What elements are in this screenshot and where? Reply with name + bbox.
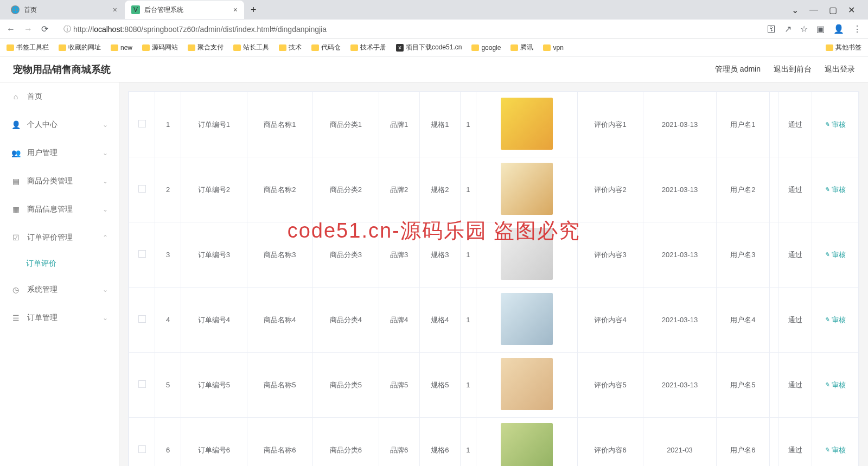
category-cell: 商品分类4 bbox=[313, 288, 379, 353]
reload-icon[interactable]: ⟳ bbox=[41, 24, 48, 34]
image-cell bbox=[476, 157, 577, 222]
action-cell: ✎审核 bbox=[812, 288, 859, 353]
index-cell: 4 bbox=[155, 288, 181, 353]
brand-cell: 品牌6 bbox=[379, 418, 419, 467]
sidebar-label: 订单管理 bbox=[27, 313, 58, 323]
order-no-cell: 订单编号3 bbox=[181, 222, 247, 288]
audit-button[interactable]: ✎审核 bbox=[825, 185, 846, 195]
audit-button[interactable]: ✎审核 bbox=[825, 445, 846, 455]
sidebar-item-users[interactable]: 👥 用户管理 ⌄ bbox=[0, 139, 119, 167]
action-cell: ✎审核 bbox=[812, 157, 859, 222]
bookmark-item[interactable]: vpn bbox=[543, 44, 563, 52]
globe-icon: 🌐 bbox=[11, 5, 20, 14]
star-icon[interactable]: ☆ bbox=[800, 24, 808, 34]
maximize-icon[interactable]: ▢ bbox=[829, 5, 837, 15]
image-cell bbox=[476, 92, 577, 157]
bookmark-item[interactable]: google bbox=[471, 44, 501, 52]
order-no-cell: 订单编号1 bbox=[181, 92, 247, 157]
product-image[interactable] bbox=[501, 163, 553, 215]
sidebar-item-reviews[interactable]: ☑ 订单评价管理 ⌃ bbox=[0, 224, 119, 252]
checkbox-icon[interactable] bbox=[138, 120, 146, 127]
status-cell: 通过 bbox=[778, 157, 812, 222]
product-image[interactable] bbox=[501, 98, 553, 150]
minimize-icon[interactable]: — bbox=[809, 5, 818, 15]
checkbox-icon[interactable] bbox=[138, 250, 146, 258]
data-table: 1 订单编号1 商品名称1 商品分类1 品牌1 规格1 1 评价内容1 2021… bbox=[128, 91, 859, 466]
sidebar-subitem-review[interactable]: 订单评价 bbox=[0, 252, 119, 276]
back-icon[interactable]: ← bbox=[7, 24, 15, 34]
product-image[interactable] bbox=[501, 228, 553, 280]
sidebar-item-products[interactable]: ▦ 商品信息管理 ⌄ bbox=[0, 195, 119, 224]
brand-cell: 品牌3 bbox=[379, 222, 419, 288]
checkbox-cell[interactable] bbox=[129, 222, 155, 288]
close-icon[interactable]: × bbox=[113, 5, 117, 14]
empty-cell bbox=[770, 222, 778, 288]
brand-cell: 品牌1 bbox=[379, 92, 419, 157]
sidebar: ⌂ 首页 👤 个人中心 ⌄ 👥 用户管理 ⌄ ▤ 商品分类管理 ⌄ ▦ 商品信息… bbox=[0, 82, 119, 466]
image-cell bbox=[476, 353, 577, 418]
sidebar-item-system[interactable]: ◷ 系统管理 ⌄ bbox=[0, 276, 119, 304]
checkbox-cell[interactable] bbox=[129, 353, 155, 418]
user-label[interactable]: 管理员 admin bbox=[715, 65, 761, 74]
browser-tab[interactable]: 🌐 首页 × bbox=[4, 1, 124, 19]
checkbox-icon[interactable] bbox=[138, 380, 146, 388]
date-cell: 2021-03 bbox=[643, 418, 716, 467]
profile-icon[interactable]: 👤 bbox=[833, 24, 844, 34]
logout-front-button[interactable]: 退出到前台 bbox=[774, 65, 812, 74]
bookmark-item[interactable]: 收藏的网址 bbox=[59, 43, 101, 52]
spec-cell: 规格1 bbox=[419, 92, 460, 157]
bookmark-item[interactable]: 技术手册 bbox=[350, 43, 386, 52]
sidebar-item-orders[interactable]: ☰ 订单管理 ⌄ bbox=[0, 304, 119, 332]
product-image[interactable] bbox=[501, 423, 553, 466]
qty-cell: 1 bbox=[460, 418, 476, 467]
edit-icon: ✎ bbox=[825, 381, 829, 388]
index-cell: 1 bbox=[155, 92, 181, 157]
new-tab-button[interactable]: + bbox=[245, 4, 262, 16]
bookmark-item[interactable]: 书签工具栏 bbox=[7, 43, 49, 52]
bookmark-item[interactable]: 站长工具 bbox=[233, 43, 269, 52]
logout-button[interactable]: 退出登录 bbox=[825, 65, 855, 74]
bookmark-item[interactable]: 源码网站 bbox=[142, 43, 178, 52]
menu-icon[interactable]: ⋮ bbox=[853, 24, 861, 34]
audit-button[interactable]: ✎审核 bbox=[825, 315, 846, 325]
sidebar-item-category[interactable]: ▤ 商品分类管理 ⌄ bbox=[0, 167, 119, 195]
comment-cell: 评价内容6 bbox=[577, 418, 643, 467]
bookmark-item[interactable]: 代码仓 bbox=[311, 43, 341, 52]
bookmark-item[interactable]: 聚合支付 bbox=[188, 43, 224, 52]
close-icon[interactable]: × bbox=[233, 5, 238, 14]
close-window-icon[interactable]: ✕ bbox=[848, 5, 855, 15]
product-image[interactable] bbox=[501, 293, 553, 345]
app-header: 宠物用品销售商城系统 管理员 admin 退出到前台 退出登录 bbox=[0, 56, 868, 82]
folder-icon bbox=[233, 44, 241, 51]
checkbox-cell[interactable] bbox=[129, 288, 155, 353]
bookmark-item[interactable]: 技术 bbox=[279, 43, 302, 52]
audit-button[interactable]: ✎审核 bbox=[825, 120, 846, 130]
browser-chrome: 🌐 首页 × V 后台管理系统 × + ⌄ — ▢ ✕ ← → ⟳ ⓘ http… bbox=[0, 0, 868, 56]
sidebar-item-profile[interactable]: 👤 个人中心 ⌄ bbox=[0, 111, 119, 139]
product-image[interactable] bbox=[501, 358, 553, 410]
checkbox-cell[interactable] bbox=[129, 157, 155, 222]
bookmark-item[interactable]: new bbox=[111, 44, 132, 52]
checkbox-cell[interactable] bbox=[129, 92, 155, 157]
chevron-down-icon: ⌄ bbox=[103, 149, 108, 157]
browser-tab-active[interactable]: V 后台管理系统 × bbox=[125, 1, 244, 19]
order-no-cell: 订单编号2 bbox=[181, 157, 247, 222]
share-icon[interactable]: ↗ bbox=[784, 24, 792, 34]
sidebar-item-home[interactable]: ⌂ 首页 bbox=[0, 82, 119, 111]
audit-button[interactable]: ✎审核 bbox=[825, 380, 846, 390]
url-bar[interactable]: ⓘ http://localhost:8080/springboot7z60r/… bbox=[57, 22, 758, 37]
action-cell: ✎审核 bbox=[812, 418, 859, 467]
extension-icon[interactable]: ▣ bbox=[816, 24, 825, 34]
checkbox-icon[interactable] bbox=[138, 315, 146, 323]
key-icon[interactable]: ⚿ bbox=[767, 24, 776, 34]
checkbox-icon[interactable] bbox=[138, 445, 146, 453]
bookmark-other[interactable]: 其他书签 bbox=[826, 43, 861, 52]
checkbox-cell[interactable] bbox=[129, 418, 155, 467]
person-icon: 👤 bbox=[11, 120, 21, 129]
chevron-down-icon[interactable]: ⌄ bbox=[792, 5, 799, 15]
forward-icon[interactable]: → bbox=[24, 24, 33, 34]
checkbox-icon[interactable] bbox=[138, 185, 146, 193]
audit-button[interactable]: ✎审核 bbox=[825, 250, 846, 260]
bookmark-item[interactable]: ¥项目下载code51.cn bbox=[396, 43, 462, 52]
bookmark-item[interactable]: 腾讯 bbox=[510, 43, 533, 52]
